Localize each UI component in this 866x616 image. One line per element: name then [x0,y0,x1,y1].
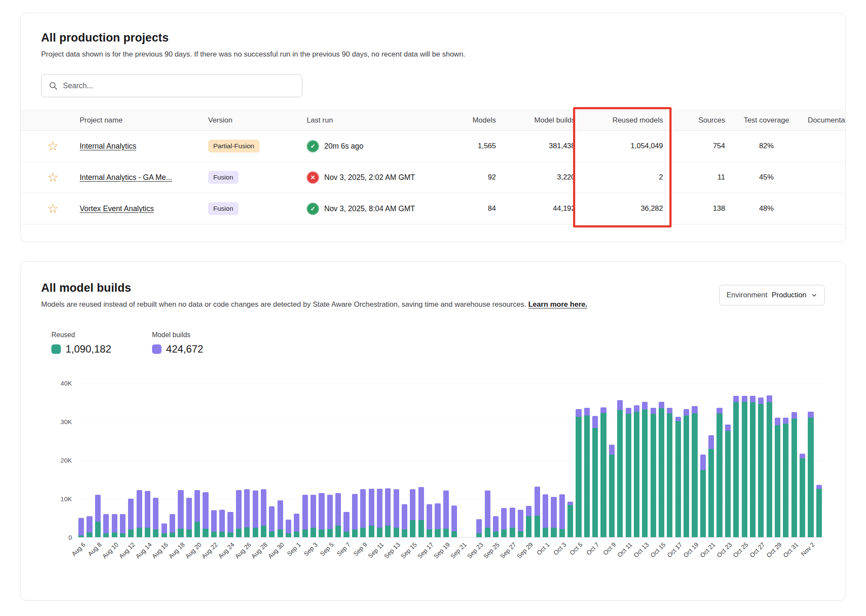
bar-oct-18[interactable] [684,409,689,537]
bar-oct-25[interactable] [742,396,747,537]
bar-aug-21[interactable] [203,492,208,537]
bar-aug-22[interactable] [211,510,217,537]
bar-oct-14[interactable] [651,408,656,537]
bar-aug-18[interactable] [178,490,183,537]
bar-sep-14[interactable] [402,504,407,537]
bar-aug-29[interactable] [269,506,275,537]
bar-sep-6[interactable] [335,493,341,537]
bar-aug-8[interactable] [95,495,101,537]
bar-aug-23[interactable] [219,510,225,537]
table-row-vortex-event-analytics[interactable]: ☆ Vortex Event Analytics Fusion Nov 3, 2… [21,193,845,224]
bar-sep-13[interactable] [394,489,399,538]
bar-sep-25[interactable] [493,516,499,537]
bar-oct-3[interactable] [559,494,565,537]
bar-aug-27[interactable] [253,490,258,537]
col-header-documentation[interactable]: Documentation [808,116,846,125]
bar-oct-28[interactable] [767,395,772,537]
col-header-test-coverage[interactable]: Test coverage [729,116,808,125]
environment-select[interactable]: Environment Production [719,285,825,305]
bar-aug-15[interactable] [153,498,158,537]
bar-oct-11[interactable] [626,408,631,537]
bar-sep-3[interactable] [311,495,316,537]
project-name-link[interactable]: Internal Analytics - GA Me... [80,173,172,182]
bar-aug-25[interactable] [236,490,242,537]
bar-aug-16[interactable] [161,523,167,537]
bar-oct-10[interactable] [617,400,623,537]
bar-oct-17[interactable] [675,417,681,537]
bar-sep-26[interactable] [501,508,507,537]
bar-oct-24[interactable] [733,396,739,537]
bar-oct-31[interactable] [791,412,797,537]
bar-oct-26[interactable] [750,396,756,537]
col-header-model-builds[interactable]: Model builds [499,116,579,125]
bar-aug-6[interactable] [78,518,84,537]
bar-oct-1[interactable] [543,494,548,537]
bar-sep-20[interactable] [451,505,457,537]
bar-oct-20[interactable] [700,455,706,537]
bar-aug-31[interactable] [286,520,291,537]
bar-sep-12[interactable] [385,488,391,537]
bar-oct-30[interactable] [783,418,788,537]
col-header-sources[interactable]: Sources [666,116,729,125]
search-input[interactable] [63,81,295,90]
bar-oct-5[interactable] [576,409,581,537]
bar-sep-1[interactable] [294,514,299,537]
search-box[interactable] [41,74,302,97]
bar-aug-28[interactable] [261,489,266,538]
bar-aug-26[interactable] [244,489,250,537]
bar-aug-19[interactable] [186,498,192,537]
bar-sep-11[interactable] [377,489,382,537]
bar-oct-13[interactable] [642,402,648,537]
bar-aug-11[interactable] [120,514,125,537]
bar-aug-30[interactable] [278,500,283,537]
bar-oct-22[interactable] [717,408,722,537]
bar-sep-4[interactable] [319,493,324,537]
table-row-internal-analytics-ga[interactable]: ☆ Internal Analytics - GA Me... Fusion N… [21,162,845,193]
bar-oct-27[interactable] [758,398,764,537]
favorite-star-icon[interactable]: ☆ [41,171,59,184]
bar-sep-15[interactable] [410,489,415,538]
bar-sep-29[interactable] [526,506,532,537]
bar-oct-12[interactable] [634,405,639,537]
bar-sep-2[interactable] [302,495,308,537]
bar-aug-20[interactable] [194,490,200,537]
bar-sep-27[interactable] [510,508,515,537]
bar-sep-18[interactable] [435,503,440,537]
col-header-version[interactable]: Version [208,116,307,125]
learn-more-link[interactable]: Learn more here. [528,300,587,308]
bar-oct-29[interactable] [775,418,780,537]
col-header-reused-models[interactable]: Reused models [579,116,666,125]
col-header-models[interactable]: Models [444,116,499,125]
bar-aug-12[interactable] [128,499,134,537]
favorite-star-icon[interactable]: ☆ [41,140,59,153]
bar-oct-9[interactable] [609,445,615,537]
bar-oct-2[interactable] [551,497,556,537]
bar-sep-28[interactable] [518,510,523,537]
table-row-internal-analytics[interactable]: ☆ Internal Analytics Partial-Fusion 20m … [21,131,845,162]
bar-nov-1[interactable] [800,454,805,537]
bar-oct-19[interactable] [692,406,697,537]
project-name-link[interactable]: Vortex Event Analytics [80,204,154,213]
bar-aug-17[interactable] [170,514,175,537]
bar-aug-7[interactable] [87,516,92,537]
bar-nov-3[interactable] [816,485,822,537]
favorite-star-icon[interactable]: ☆ [41,202,59,215]
bar-sep-7[interactable] [343,512,349,537]
bar-sep-17[interactable] [427,504,432,537]
bar-sep-9[interactable] [360,489,366,538]
bar-oct-7[interactable] [592,416,598,537]
bar-sep-30[interactable] [535,487,540,537]
bar-aug-14[interactable] [145,491,150,537]
bar-oct-16[interactable] [667,408,672,537]
bar-sep-23[interactable] [476,519,482,537]
bar-oct-21[interactable] [708,435,714,537]
col-header-last-run[interactable]: Last run [307,116,444,125]
bar-oct-15[interactable] [659,402,664,537]
bar-aug-9[interactable] [103,514,109,537]
bar-sep-5[interactable] [327,495,333,537]
bar-sep-16[interactable] [418,487,424,537]
bar-sep-19[interactable] [443,490,449,537]
bar-oct-4[interactable] [567,502,573,537]
bar-sep-10[interactable] [369,489,374,537]
bar-aug-24[interactable] [227,512,233,537]
